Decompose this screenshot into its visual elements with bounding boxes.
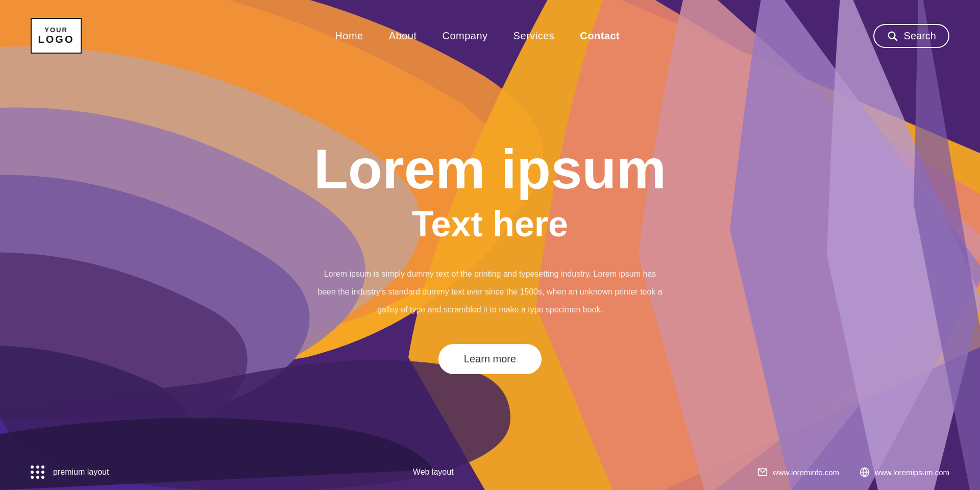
footer-email[interactable]: www.loreminfo.com: [757, 467, 839, 477]
footer: premium layout Web layout www.loreminfo.…: [0, 454, 980, 490]
search-icon: [887, 30, 898, 41]
footer-center: Web layout: [413, 468, 454, 477]
footer-website[interactable]: www.loremipsum.com: [860, 467, 949, 477]
nav-company[interactable]: Company: [442, 30, 487, 42]
hero-description: Lorem ipsum is simply dummy text of the …: [311, 264, 669, 318]
footer-badge: premium layout: [53, 468, 109, 477]
learn-more-button[interactable]: Learn more: [438, 344, 542, 374]
dots-icon: [31, 465, 45, 479]
nav-contact[interactable]: Contact: [580, 30, 620, 42]
nav-about[interactable]: About: [389, 30, 417, 42]
footer-website-text: www.loremipsum.com: [875, 468, 949, 477]
logo[interactable]: YOUR LOGO: [31, 18, 82, 54]
search-label: Search: [904, 30, 936, 42]
hero-title: Lorem ipsum: [311, 139, 669, 199]
logo-logo: LOGO: [38, 34, 75, 45]
globe-icon: [860, 467, 870, 477]
footer-right: www.loreminfo.com www.loremipsum.com: [757, 467, 949, 477]
footer-left: premium layout: [31, 465, 109, 479]
hero-subtitle: Text here: [311, 203, 669, 244]
nav-home[interactable]: Home: [335, 30, 363, 42]
logo-your: YOUR: [44, 26, 68, 34]
footer-email-text: www.loreminfo.com: [773, 468, 839, 477]
navbar: YOUR LOGO Home About Company Services Co…: [0, 0, 980, 71]
email-icon: [757, 467, 768, 477]
nav-links: Home About Company Services Contact: [335, 30, 620, 42]
hero-section: Lorem ipsum Text here Lorem ipsum is sim…: [311, 139, 669, 374]
footer-web-layout: Web layout: [413, 468, 454, 476]
nav-services[interactable]: Services: [513, 30, 555, 42]
svg-line-3: [894, 38, 897, 40]
search-box[interactable]: Search: [873, 24, 949, 48]
